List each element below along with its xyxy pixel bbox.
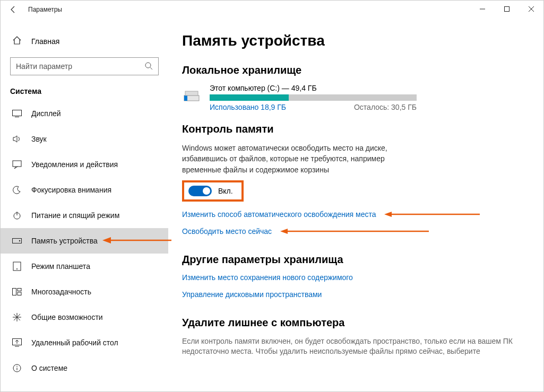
titlebar: Параметры [1, 1, 543, 19]
notification-icon [12, 160, 22, 169]
nav-label: Режим планшета [31, 262, 90, 271]
nav-focus[interactable]: Фокусировка внимания [1, 177, 168, 203]
storage-icon [12, 236, 22, 246]
svg-point-26 [16, 366, 18, 367]
back-button[interactable] [5, 1, 22, 18]
svg-rect-28 [184, 95, 187, 101]
home-icon [12, 36, 22, 47]
storage-sense-heading: Контроль памяти [182, 123, 528, 135]
svg-point-4 [145, 63, 151, 68]
link-free-now[interactable]: Освободить место сейчас [182, 227, 272, 236]
nav-label: Уведомления и действия [31, 160, 118, 169]
info-icon [12, 363, 22, 373]
shared-icon [12, 312, 22, 322]
nav-remote[interactable]: Удаленный рабочий стол [1, 330, 168, 355]
nav-multitask[interactable]: Многозадачность [1, 279, 168, 304]
nav-label: О системе [31, 364, 67, 372]
remote-icon [12, 338, 22, 347]
annotation-arrow-icon [384, 211, 480, 217]
nav-label: Общие возможности [31, 313, 103, 321]
nav-label: Фокусировка внимания [31, 186, 111, 194]
other-storage-heading: Другие параметры хранилища [182, 254, 528, 266]
nav-home[interactable]: Главная [1, 32, 168, 50]
tablet-icon [12, 262, 22, 271]
nav-home-label: Главная [31, 37, 59, 46]
link-change-auto-free[interactable]: Изменить способ автоматического освобожд… [182, 210, 376, 219]
nav-label: Память устройства [31, 237, 98, 245]
svg-line-5 [150, 67, 152, 69]
toggle-state-label: Вкл. [218, 187, 233, 195]
sound-icon [12, 134, 22, 144]
drive-row[interactable]: Этот компьютер (C:) — 49,4 ГБ Использова… [182, 84, 528, 111]
sidebar-group-system: Система [1, 75, 168, 101]
moon-icon [12, 185, 22, 195]
nav-tablet[interactable]: Режим планшета [1, 254, 168, 279]
nav-sound[interactable]: Звук [1, 126, 168, 152]
link-save-locations[interactable]: Изменить место сохранения нового содержи… [182, 273, 353, 282]
display-icon [12, 109, 22, 118]
drive-title: Этот компьютер (C:) — 49,4 ГБ [210, 84, 422, 92]
sidebar: Главная Найти параметр Система Дисплей З… [1, 19, 168, 391]
nav-shared[interactable]: Общие возможности [1, 304, 168, 330]
svg-rect-29 [185, 91, 198, 95]
annotation-toggle-highlight: Вкл. [182, 180, 244, 202]
main-content: Память устройства Локальное хранилище Эт… [168, 19, 543, 391]
multitask-icon [12, 287, 22, 297]
storage-sense-toggle[interactable] [188, 186, 212, 196]
svg-rect-15 [13, 289, 16, 295]
svg-rect-8 [13, 161, 21, 167]
search-input[interactable]: Найти параметр [10, 57, 159, 75]
nav-about[interactable]: О системе [1, 355, 168, 381]
svg-marker-31 [384, 212, 392, 217]
svg-rect-17 [18, 292, 21, 295]
storage-sense-desc: Windows может автоматически освободить м… [182, 143, 416, 175]
cleanup-desc: Если контроль памяти включен, он будет о… [182, 336, 528, 357]
local-storage-heading: Локальное хранилище [182, 64, 528, 76]
svg-point-14 [16, 268, 18, 269]
nav-power[interactable]: Питание и спящий режим [1, 203, 168, 228]
nav-label: Удаленный рабочий стол [31, 338, 118, 347]
page-title: Память устройства [182, 32, 528, 49]
svg-point-12 [19, 240, 20, 241]
remaining-label: Осталось: 30,5 ГБ [354, 103, 417, 111]
nav-display[interactable]: Дисплей [1, 101, 168, 126]
annotation-arrow-icon [280, 228, 429, 234]
minimize-button[interactable] [470, 1, 495, 18]
nav-label: Многозадачность [31, 288, 91, 296]
svg-rect-1 [505, 7, 510, 12]
svg-marker-35 [102, 237, 111, 243]
search-placeholder: Найти параметр [16, 62, 72, 71]
cleanup-heading: Удалите лишнее с компьютера [182, 317, 528, 329]
svg-marker-33 [280, 229, 288, 234]
drive-icon [182, 84, 201, 103]
svg-rect-16 [18, 289, 21, 291]
link-manage-spaces[interactable]: Управление дисковыми пространствами [182, 290, 322, 299]
svg-rect-6 [13, 110, 22, 116]
window-title: Параметры [28, 6, 62, 13]
search-icon [144, 62, 153, 72]
nav-label: Звук [31, 135, 47, 143]
nav-label: Дисплей [31, 109, 61, 118]
maximize-button[interactable] [495, 1, 519, 18]
nav-label: Питание и спящий режим [31, 211, 119, 220]
used-label: Использовано 18,9 ГБ [210, 103, 286, 111]
annotation-arrow-icon [102, 237, 171, 246]
power-icon [12, 211, 22, 220]
close-button[interactable] [519, 1, 543, 18]
nav-notifications[interactable]: Уведомления и действия [1, 152, 168, 177]
storage-bar [210, 94, 417, 101]
